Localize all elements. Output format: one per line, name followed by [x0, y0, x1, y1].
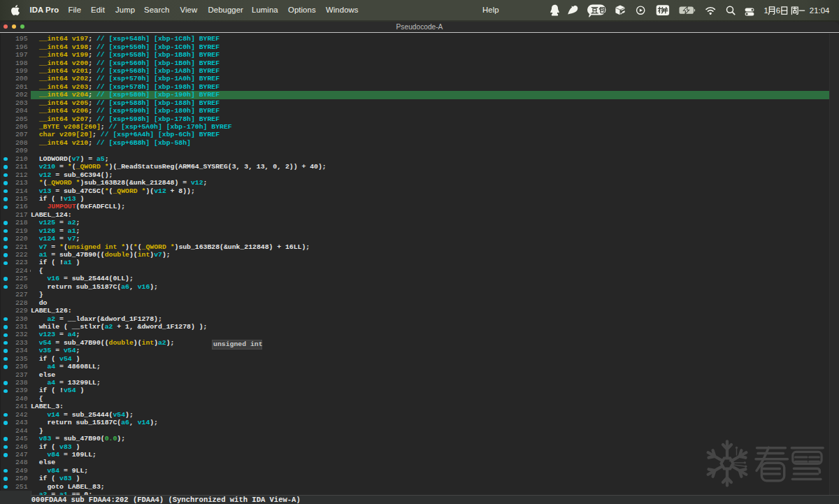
svg-text:1: 1: [764, 6, 768, 15]
svg-text:6: 6: [776, 6, 780, 15]
svg-text:21:04: 21:04: [810, 6, 830, 15]
